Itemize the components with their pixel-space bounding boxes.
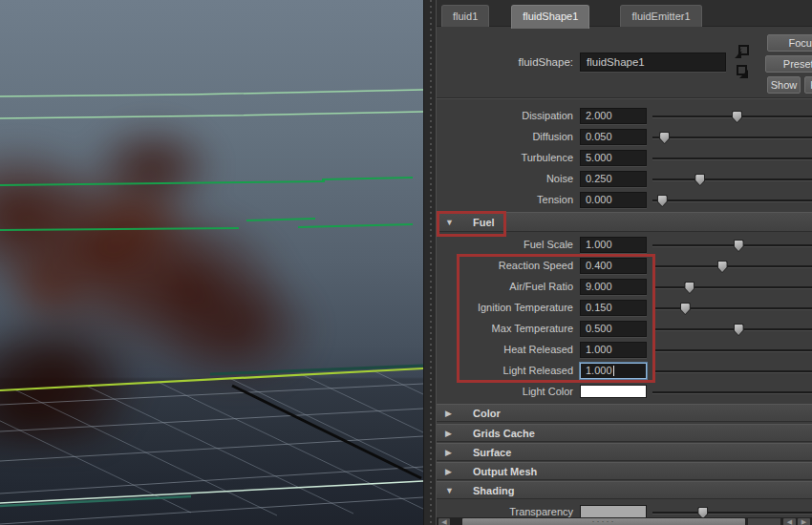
attr-row-light-released: Light Released1.000 [437,361,812,382]
attr-label: Turbulence [437,152,573,163]
attr-value-field[interactable]: 0.500 [580,321,647,337]
attr-value-field[interactable]: 0.000 [580,192,647,208]
attr-value-field[interactable]: 0.150 [580,300,647,316]
slider-handle[interactable] [657,195,668,207]
attr-slider[interactable] [652,158,812,159]
attr-value-field[interactable]: 5.000 [580,150,647,166]
attr-row-diffusion: Diffusion0.050 [437,127,812,148]
section-header-surface[interactable]: ▶Surface [437,443,812,461]
pin-node-out-icon[interactable] [734,64,751,80]
attr-slider[interactable] [652,136,812,138]
attr-slider[interactable] [652,512,812,514]
slider-handle[interactable] [734,240,744,252]
attr-slider[interactable] [652,286,812,288]
section-header-color[interactable]: ▶Color [437,404,812,422]
attr-label: Diffusion [437,131,573,142]
scrollbar-thumb[interactable]: ····· [462,518,745,525]
attr-value-field[interactable]: 9.000 [580,279,647,295]
attr-row-max-temperature: Max Temperature0.500 [437,319,812,340]
section-header-grids-cache[interactable]: ▶Grids Cache [437,424,812,442]
attr-value-field[interactable]: 2.000 [580,108,647,124]
slider-handle-face [658,196,667,206]
node-type-label: fluidShape: [437,56,573,68]
slider-handle-face [735,241,743,251]
attr-row-air-fuel-ratio: Air/Fuel Ratio9.000 [437,277,812,298]
pin-node-in-icon[interactable] [734,44,751,60]
scroll-right-icon[interactable]: ▶ [798,518,810,525]
attr-slider[interactable] [652,200,812,201]
attr-slider[interactable] [652,265,812,267]
slider-handle[interactable] [684,282,694,294]
attribute-editor: fluid1fluidShape1fluidEmitter1 fluidShap… [437,0,812,525]
attr-label: Heat Released [437,344,573,355]
section-header-shading[interactable]: ▼Shading [437,481,812,499]
section-label: Fuel [473,213,495,232]
header-separator [437,97,812,99]
attr-row-dissipation: Dissipation2.000 [437,106,812,127]
slider-handle[interactable] [694,174,705,186]
attr-slider[interactable] [652,328,812,330]
slider-handle[interactable] [734,324,744,336]
chevron-down-icon: ▼ [445,482,454,499]
attr-slider[interactable] [652,391,812,393]
section-label: Color [473,405,501,422]
panel-splitter[interactable] [423,0,437,525]
attr-slider[interactable] [652,307,812,309]
attr-value-field[interactable]: 0.400 [580,258,647,274]
slider-handle-face [695,175,704,185]
section-header-output-mesh[interactable]: ▶Output Mesh [437,462,812,480]
splitter-grip [430,0,432,525]
attr-row-turbulence: Turbulence5.000 [437,148,812,169]
attr-slider[interactable] [652,178,812,180]
tab-fluid1[interactable]: fluid1 [441,5,489,27]
attr-value-field[interactable]: 1.000 [580,363,647,379]
color-swatch[interactable] [580,385,647,398]
attr-slider[interactable] [652,244,812,246]
attr-value-field[interactable]: 1.000 [580,342,647,358]
attr-value-field[interactable]: 0.250 [580,171,647,187]
horizontal-scrollbar[interactable]: ◀ ····· ◀ ▶ [437,517,812,525]
scroll-left-icon[interactable]: ◀ [438,518,450,525]
3d-viewport[interactable] [0,0,423,525]
node-tabbar: fluid1fluidShape1fluidEmitter1 [437,0,812,27]
viewport-wireframe-overlay [0,0,423,525]
attr-row-reaction-speed: Reaction Speed0.400 [437,256,812,277]
attr-label: Air/Fuel Ratio [437,281,573,292]
slider-handle[interactable] [659,132,670,144]
hide-button[interactable]: Hide [804,76,812,94]
attr-label: Noise [437,173,573,184]
attr-slider[interactable] [652,116,812,117]
attr-value-field[interactable]: 1.000 [580,237,647,253]
slider-handle[interactable] [680,303,691,315]
attr-row-fuel-scale: Fuel Scale1.000 [437,235,812,256]
attr-row-noise: Noise0.250 [437,169,812,190]
scroll-left2-icon[interactable]: ◀ [783,518,796,525]
chevron-right-icon: ▶ [445,405,452,422]
attr-label: Ignition Temperature [437,302,573,313]
attr-label: Reaction Speed [437,260,573,271]
chevron-right-icon: ▶ [445,463,452,480]
attr-label: Fuel Scale [437,239,573,250]
grid-axis-line [232,386,421,478]
section-label: Surface [473,444,511,461]
node-name-field[interactable]: fluidShape1 [580,52,726,72]
chevron-down-icon: ▼ [445,213,454,232]
tab-fluidShape1[interactable]: fluidShape1 [511,5,589,29]
section-header-fuel[interactable]: ▼ Fuel [437,212,812,232]
slider-handle[interactable] [732,111,742,123]
attr-value-field[interactable]: 0.050 [580,129,647,145]
presets-button[interactable]: Presets [765,55,812,73]
section-label: Output Mesh [473,463,537,480]
scrollbar-track-segment [748,518,780,525]
tab-fluidEmitter1[interactable]: fluidEmitter1 [620,5,701,27]
attr-row-ignition-temperature: Ignition Temperature0.150 [437,298,812,319]
section-label: Grids Cache [473,425,535,442]
show-button[interactable]: Show [767,76,801,94]
attr-slider[interactable] [652,349,812,351]
maya-window: fluid1fluidShape1fluidEmitter1 fluidShap… [0,0,812,525]
slider-handle[interactable] [717,261,728,273]
slider-handle-face [660,133,669,143]
focus-button[interactable]: Focus [767,34,812,52]
attr-slider[interactable] [652,370,812,372]
ground-grid-diagonals [0,370,423,515]
